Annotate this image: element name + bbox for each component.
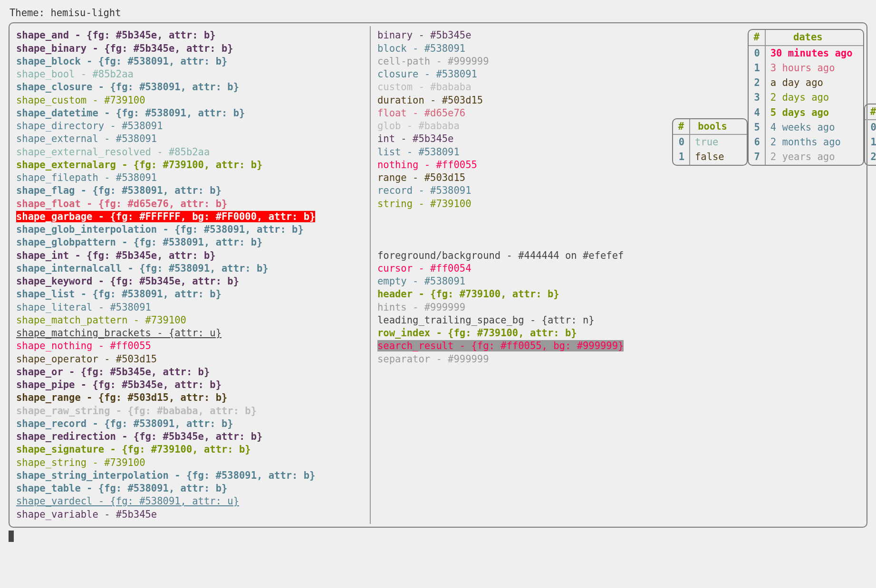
shape-row: shape_int - {fg: #5b345e, attr: b} [16, 249, 363, 262]
shape-row: shape_operator - #503d15 [16, 353, 363, 366]
row-index: 1 [865, 135, 876, 150]
shape-row: shape_vardecl - {fg: #538091, attr: u} [16, 495, 363, 508]
shape-row: shape_flag - {fg: #538091, attr: b} [16, 184, 363, 197]
type-row: binary - #5b345e [377, 29, 659, 42]
row-index: 0 [865, 120, 876, 135]
row-value: 2 years ago [765, 150, 863, 164]
row-value: 5 days ago [765, 105, 863, 120]
type-row: closure - #538091 [377, 68, 659, 81]
row-value: 30 minutes ago [765, 46, 863, 61]
shape-row: shape_custom - #739100 [16, 94, 363, 107]
shape-row: shape_glob_interpolation - {fg: #538091,… [16, 223, 363, 236]
table-row: 1488.3 KiB [865, 135, 876, 150]
shape-row: shape_redirection - {fg: #5b345e, attr: … [16, 430, 363, 443]
filesizes-table: #filesizes0 0 B1488.3 KiB 2976.6 KiB [864, 104, 876, 166]
type-row: glob - #bababa [377, 120, 659, 133]
shape-row: shape_pipe - {fg: #5b345e, attr: b} [16, 379, 363, 391]
row-value: a day ago [765, 76, 863, 90]
shape-row: shape_variable - #5b345e [16, 508, 363, 521]
shape-row: shape_filepath - #538091 [16, 171, 363, 184]
col-value-header: bools [689, 119, 735, 134]
type-row: duration - #503d15 [377, 94, 659, 107]
shape-row: shape_block - {fg: #538091, attr: b} [16, 55, 363, 68]
table-row: 1false [673, 150, 747, 164]
type-row: string - #739100 [377, 198, 659, 210]
config-row: empty - #538091 [377, 275, 659, 288]
shapes-column: shape_and - {fg: #5b345e, attr: b}shape_… [10, 26, 371, 524]
shape-row: shape_keyword - {fg: #5b345e, attr: b} [16, 275, 363, 288]
theme-label: Theme: hemisu-light [10, 7, 867, 19]
config-row: search_result - {fg: #ff0055, bg: #99999… [377, 340, 659, 352]
col-index-header: # [673, 119, 689, 134]
type-row: record - #538091 [377, 184, 659, 197]
shape-row: shape_binary - {fg: #5b345e, attr: b} [16, 42, 363, 55]
shape-row: shape_garbage - {fg: #FFFFFF, bg: #FF000… [16, 210, 363, 223]
type-row: custom - #bababa [377, 81, 659, 94]
shape-row: shape_closure - {fg: #538091, attr: b} [16, 81, 363, 94]
row-value: true [689, 135, 747, 150]
row-index: 4 [749, 105, 765, 120]
table-row: 2976.6 KiB [865, 150, 876, 164]
type-row: block - #538091 [377, 42, 659, 55]
shape-row: shape_internalcall - {fg: #538091, attr:… [16, 262, 363, 275]
row-index: 0 [749, 46, 765, 61]
bools-table: #bools0true 1false [672, 118, 748, 166]
row-index: 5 [749, 120, 765, 135]
row-value: 4 weeks ago [765, 120, 863, 135]
cursor [9, 531, 14, 542]
shape-row: shape_record - {fg: #538091, attr: b} [16, 417, 363, 430]
shape-row: shape_match_pattern - #739100 [16, 314, 363, 327]
shape-row: shape_table - {fg: #538091, attr: b} [16, 482, 363, 495]
types-column: binary - #5b345eblock - #538091cell-path… [371, 26, 665, 524]
shape-row: shape_globpattern - {fg: #538091, attr: … [16, 236, 363, 249]
table-row: 0true [673, 135, 747, 150]
table-row: 72 years ago [749, 150, 863, 164]
row-value: 2 months ago [765, 135, 863, 150]
type-row: cell-path - #999999 [377, 55, 659, 68]
shape-row: shape_matching_brackets - {attr: u} [16, 327, 363, 340]
shape-row: shape_nothing - #ff0055 [16, 340, 363, 352]
type-row: int - #5b345e [377, 133, 659, 145]
shape-row: shape_list - {fg: #538091, attr: b} [16, 288, 363, 301]
shape-row: shape_float - {fg: #d65e76, attr: b} [16, 198, 363, 210]
row-value: false [689, 150, 747, 164]
config-row: hints - #999999 [377, 301, 659, 314]
config-row: header - {fg: #739100, attr: b} [377, 288, 659, 301]
type-row: nothing - #ff0055 [377, 159, 659, 171]
row-value: 2 days ago [765, 90, 863, 105]
shape-row: shape_directory - #538091 [16, 120, 363, 133]
table-row: 030 minutes ago [749, 46, 863, 61]
type-row: range - #503d15 [377, 171, 659, 184]
row-index: 1 [673, 150, 689, 164]
row-index: 3 [749, 90, 765, 105]
config-row: leading_trailing_space_bg - {attr: n} [377, 314, 659, 327]
row-index: 0 [673, 135, 689, 150]
table-row: 45 days ago [749, 105, 863, 120]
shape-row: shape_datetime - {fg: #538091, attr: b} [16, 107, 363, 120]
col-index-header: # [865, 104, 876, 119]
shape-row: shape_string_interpolation - {fg: #53809… [16, 469, 363, 482]
shape-row: shape_externalarg - {fg: #739100, attr: … [16, 159, 363, 171]
type-row: list - #538091 [377, 146, 659, 159]
shape-row: shape_and - {fg: #5b345e, attr: b} [16, 29, 363, 42]
row-index: 2 [749, 76, 765, 90]
row-index: 6 [749, 135, 765, 150]
main-frame: shape_and - {fg: #5b345e, attr: b}shape_… [9, 22, 867, 528]
dates-table: #dates030 minutes ago 13 hours ago 2a da… [748, 29, 864, 165]
shape-row: shape_external - #538091 [16, 133, 363, 145]
config-row: foreground/background - #444444 on #efef… [377, 249, 659, 262]
shape-row: shape_or - {fg: #5b345e, attr: b} [16, 366, 363, 379]
shape-row: shape_range - {fg: #503d15, attr: b} [16, 391, 363, 404]
shape-row: shape_bool - #85b2aa [16, 68, 363, 81]
table-row: 2a day ago [749, 76, 863, 90]
table-row: 54 weeks ago [749, 120, 863, 135]
config-row: cursor - #ff0054 [377, 262, 659, 275]
row-index: 2 [865, 150, 876, 164]
table-row: 13 hours ago [749, 61, 863, 76]
type-row: float - #d65e76 [377, 107, 659, 120]
shape-row: shape_external_resolved - #85b2aa [16, 146, 363, 159]
shape-row: shape_literal - #538091 [16, 301, 363, 314]
col-value-header: dates [765, 30, 850, 45]
table-row: 62 months ago [749, 135, 863, 150]
row-index: 7 [749, 150, 765, 164]
